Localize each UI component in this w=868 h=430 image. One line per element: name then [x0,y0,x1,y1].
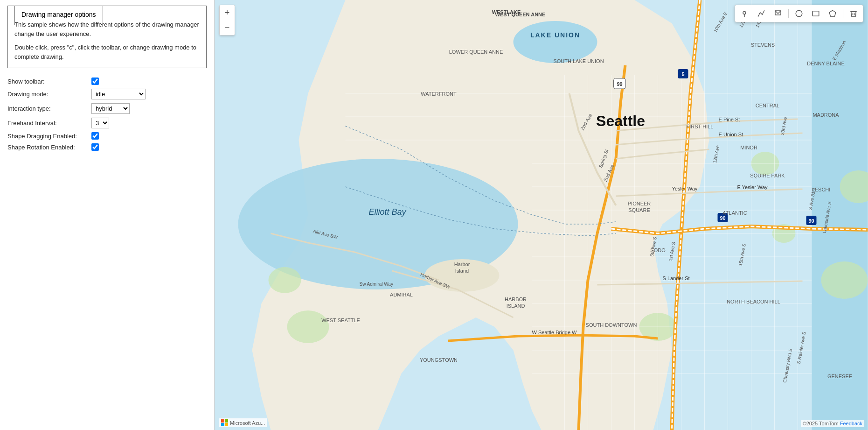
microsoft-squares-icon [221,419,228,426]
svg-text:Elliott Bay: Elliott Bay [368,207,406,217]
shape-dragging-label: Shape Dragging Enabled: [7,133,91,140]
show-toolbar-row: Show toolbar: [7,78,207,85]
svg-text:SQUIRE PARK: SQUIRE PARK [750,173,785,178]
freehand-interval-row: Freehand Interval: 1 2 3 4 5 [7,118,207,128]
drawing-mode-select[interactable]: idle draw-point draw-line draw-polygon d… [91,89,146,99]
toolbar-divider-2 [843,9,843,18]
svg-text:ADMIRAL: ADMIRAL [390,292,413,297]
svg-text:CENTRAL: CENTRAL [756,103,779,108]
svg-point-9 [269,267,301,293]
svg-text:SOUTH DOWNTOWN: SOUTH DOWNTOWN [586,322,637,328]
shape-rotation-row: Shape Rotation Enabled: [7,143,207,151]
toolbar [735,5,863,22]
ms-logo: Microsoft Azu... [219,418,267,427]
svg-text:Seattle: Seattle [596,113,645,129]
map-svg: 5 90 90 99 WEST QUEEN ANNE LOWER QUEEN A… [215,0,868,430]
svg-text:S Lander St: S Lander St [663,275,690,281]
svg-text:ISLAND: ISLAND [507,303,525,309]
options-title: Drawing manager options [14,6,103,25]
svg-text:PIONEER: PIONEER [628,201,651,206]
zoom-in-button[interactable]: + [220,5,235,20]
freehand-tool-button[interactable] [771,7,785,20]
freehand-interval-select[interactable]: 1 2 3 4 5 [91,118,109,128]
svg-text:YOUNGSTOWN: YOUNGSTOWN [420,357,458,363]
polygon-tool-button[interactable] [826,7,839,20]
freehand-interval-label: Freehand Interval: [7,120,91,127]
svg-text:LAKE UNION: LAKE UNION [530,31,580,39]
svg-text:LOWER QUEEN ANNE: LOWER QUEEN ANNE [449,49,503,55]
svg-text:Sw Admiral Way: Sw Admiral Way [360,282,393,287]
show-toolbar-label: Show toolbar: [7,78,91,85]
svg-text:WESTLAKE: WESTLAKE [492,9,521,15]
svg-text:STEVENS: STEVENS [751,42,775,48]
svg-text:NORTH BEACON HILL: NORTH BEACON HILL [727,299,780,304]
ms-logo-text: Microsoft Azu... [230,420,265,426]
erase-tool-button[interactable] [847,7,860,20]
attribution: ©2025 TomTom Feedback [801,420,864,427]
svg-point-10 [287,310,329,343]
svg-text:90: 90 [720,215,725,221]
interaction-type-label: Interaction type: [7,105,91,112]
svg-text:Yesler Way: Yesler Way [672,186,698,191]
svg-marker-103 [829,10,836,16]
svg-text:E Yesler Way: E Yesler Way [737,184,768,190]
svg-text:ATLANTIC: ATLANTIC [722,210,747,216]
svg-text:99: 99 [617,81,622,87]
show-toolbar-checkbox[interactable] [91,78,99,85]
interaction-type-row: Interaction type: hybrid click freehand [7,103,207,114]
svg-text:HARBOR: HARBOR [505,296,527,302]
options-box: Drawing manager options This sample show… [7,6,207,68]
svg-text:WATERFRONT: WATERFRONT [421,91,457,97]
svg-point-11 [821,261,868,299]
svg-text:FIRST HILL: FIRST HILL [687,124,714,129]
shape-dragging-checkbox[interactable] [91,132,99,140]
attribution-text: ©2025 TomTom [803,421,839,426]
description-2: Double click, press "c", click the toolb… [14,43,200,61]
svg-text:SOUTH LAKE UNION: SOUTH LAKE UNION [553,58,604,64]
svg-text:SQUARE: SQUARE [628,207,650,213]
drawing-mode-row: Drawing mode: idle draw-point draw-line … [7,89,207,99]
drawing-mode-label: Drawing mode: [7,91,91,98]
svg-text:Island: Island [455,268,469,274]
zoom-control: + − [219,5,235,35]
interaction-type-select[interactable]: hybrid click freehand [91,103,130,114]
svg-text:DENNY BLAINE: DENNY BLAINE [807,61,845,66]
svg-text:5: 5 [681,71,684,77]
svg-text:E Union St: E Union St [719,132,743,137]
svg-point-101 [796,10,802,17]
feedback-link[interactable]: Feedback [840,421,862,426]
toolbar-divider-1 [788,9,789,18]
zoom-out-button[interactable]: − [220,20,235,35]
svg-text:W Seattle Bridge W: W Seattle Bridge W [532,330,577,335]
svg-text:MINOR: MINOR [740,145,757,150]
svg-text:Harbor: Harbor [454,261,470,267]
line-tool-button[interactable] [755,7,768,20]
point-tool-button[interactable] [738,7,751,20]
svg-text:GENESEE: GENESEE [827,374,852,379]
svg-point-100 [743,12,746,14]
shape-dragging-row: Shape Dragging Enabled: [7,132,207,140]
svg-text:WEST SEATTLE: WEST SEATTLE [321,317,360,323]
circle-tool-button[interactable] [792,7,806,20]
svg-rect-102 [812,11,819,16]
shape-rotation-label: Shape Rotation Enabled: [7,144,91,151]
svg-point-3 [514,21,597,63]
shape-rotation-checkbox[interactable] [91,143,99,151]
map-container[interactable]: 5 90 90 99 WEST QUEEN ANNE LOWER QUEEN A… [215,0,868,430]
svg-text:MADRONA: MADRONA [812,112,839,118]
svg-text:90: 90 [808,218,814,224]
left-panel: Drawing manager options This sample show… [0,0,215,430]
svg-text:E Pine St: E Pine St [719,117,740,122]
rectangle-tool-button[interactable] [809,7,822,20]
